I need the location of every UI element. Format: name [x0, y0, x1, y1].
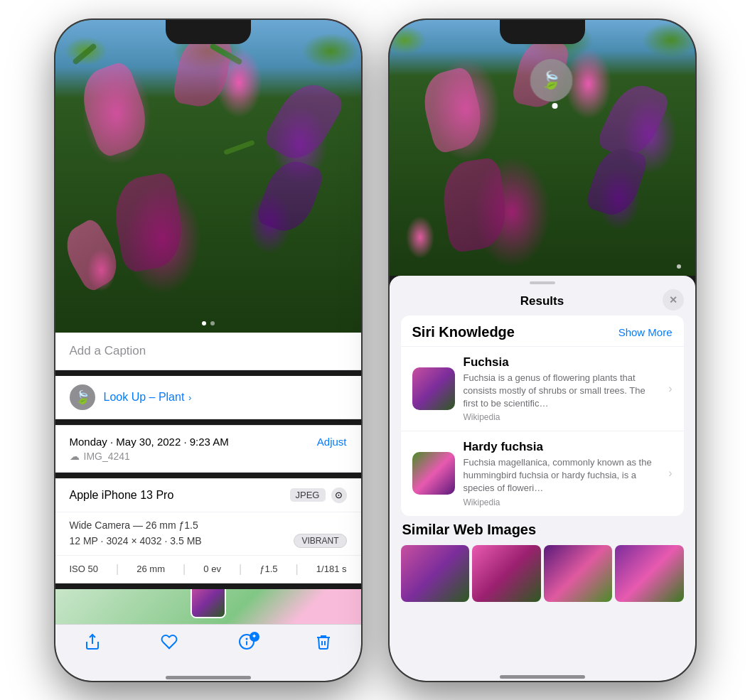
mp-row: 12 MP · 3024 × 4032 · 3.5 MB VIBRANT	[70, 534, 347, 548]
hardy-source: Wikipedia	[464, 497, 660, 507]
device-row: Apple iPhone 13 Pro JPEG ⊙	[55, 479, 361, 512]
similar-section: Similar Web Images	[401, 522, 684, 602]
fuchsia-text: Fuchsia Fuchsia is a genus of flowering …	[464, 355, 660, 423]
map-thumbnail	[191, 589, 226, 618]
vibrant-badge: VIBRANT	[294, 534, 346, 548]
format-badges: JPEG ⊙	[290, 488, 347, 503]
right-home-bar	[390, 675, 695, 681]
delete-button[interactable]	[315, 633, 332, 655]
dot-1	[202, 321, 206, 325]
fuchsia-source: Wikipedia	[464, 412, 660, 422]
device-section: Apple iPhone 13 Pro JPEG ⊙ Wide Camera —…	[55, 478, 361, 583]
fuchsia-thumb-image	[412, 367, 455, 410]
location-icon: ⊙	[331, 488, 347, 503]
siri-dot	[552, 103, 557, 109]
adjust-button[interactable]: Adjust	[317, 436, 347, 448]
cloud-icon: ☁	[70, 451, 80, 462]
lookup-chevron: ›	[186, 392, 191, 403]
home-bar	[55, 676, 361, 681]
similar-image-2[interactable]	[472, 545, 541, 602]
dot-2	[210, 321, 215, 325]
fuchsia-thumbnail	[412, 367, 455, 410]
knowledge-item-hardy[interactable]: Hardy fuchsia Fuchsia magellanica, commo…	[401, 431, 684, 516]
siri-knowledge-section: Siri Knowledge Show More Fuchsia Fuchsia…	[401, 316, 684, 516]
ev-value: 0 ev	[203, 564, 221, 574]
lookup-label: Look Up – Plant ›	[104, 391, 192, 404]
photo-date: Monday · May 30, 2022 · 9:23 AM	[70, 436, 229, 448]
knowledge-item-fuchsia[interactable]: Fuchsia Fuchsia is a genus of flowering …	[401, 346, 684, 431]
similar-title: Similar Web Images	[401, 522, 684, 538]
right-photo-dot	[677, 264, 681, 269]
thumbnail-image	[192, 589, 225, 617]
caption-section: Add a Caption	[55, 333, 361, 370]
camera-row: Wide Camera — 26 mm ƒ1.5 12 MP · 3024 × …	[55, 512, 361, 556]
hardy-name: Hardy fuchsia	[464, 440, 660, 454]
caption-placeholder[interactable]: Add a Caption	[70, 344, 146, 357]
bottom-toolbar: ✦	[55, 624, 361, 676]
left-screen: Add a Caption 🍃 Look Up – Plant › Monday…	[55, 20, 361, 681]
similar-images-grid	[401, 545, 684, 602]
right-home-indicator	[500, 675, 585, 679]
like-button[interactable]	[161, 633, 178, 655]
camera-row-top: Wide Camera — 26 mm ƒ1.5	[70, 519, 347, 531]
close-button[interactable]: ✕	[663, 289, 684, 311]
format-badge: JPEG	[290, 488, 326, 502]
left-phone: Add a Caption 🍃 Look Up – Plant › Monday…	[55, 20, 361, 681]
info-notification-badge: ✦	[250, 632, 259, 642]
knowledge-title: Siri Knowledge	[412, 324, 515, 340]
similar-image-1[interactable]	[401, 545, 470, 602]
lookup-icon: 🍃	[70, 384, 95, 410]
results-panel: Results ✕ Siri Knowledge Show More Fuchs…	[390, 276, 695, 675]
hardy-chevron-icon: ›	[668, 467, 672, 480]
home-indicator	[166, 676, 251, 679]
device-name: Apple iPhone 13 Pro	[70, 489, 174, 502]
share-button[interactable]	[84, 633, 101, 655]
similar-image-3[interactable]	[544, 545, 613, 602]
photo-page-indicator	[202, 321, 215, 325]
right-phone: 🍃 Results ✕ Siri Knowledge Show More	[390, 20, 695, 681]
info-button[interactable]: ✦	[238, 633, 255, 655]
shutter-speed: 1/181 s	[316, 564, 347, 574]
filename-row: ☁ IMG_4241	[70, 451, 347, 462]
results-title: Results	[520, 294, 564, 308]
hardy-thumbnail	[412, 452, 455, 495]
results-header: Results ✕	[390, 284, 695, 316]
show-more-button[interactable]: Show More	[618, 326, 673, 338]
hardy-description: Fuchsia magellanica, commonly known as t…	[464, 456, 660, 495]
metadata-section: Monday · May 30, 2022 · 9:23 AM Adjust ☁…	[55, 425, 361, 473]
aperture-value: ƒ1.5	[259, 564, 277, 574]
exif-row: ISO 50 | 26 mm | 0 ev | ƒ1.5 | 1/181 s	[55, 556, 361, 583]
focal-length: 26 mm	[136, 564, 165, 574]
filename: IMG_4241	[84, 451, 130, 462]
right-photo-display[interactable]: 🍃	[390, 20, 695, 276]
iso-value: ISO 50	[70, 564, 98, 574]
hardy-thumb-image	[412, 452, 455, 495]
lookup-row[interactable]: 🍃 Look Up – Plant ›	[55, 376, 361, 419]
fuchsia-description: Fuchsia is a genus of flowering plants t…	[464, 372, 660, 411]
siri-circle: 🍃	[530, 59, 572, 102]
siri-recognition-overlay: 🍃	[530, 59, 579, 109]
similar-image-4[interactable]	[615, 545, 684, 602]
date-row: Monday · May 30, 2022 · 9:23 AM Adjust	[70, 436, 347, 448]
camera-info: Wide Camera — 26 mm ƒ1.5	[70, 519, 198, 531]
mp-info: 12 MP · 3024 × 4032 · 3.5 MB	[70, 535, 202, 546]
photo-display[interactable]	[55, 20, 361, 333]
right-screen: 🍃 Results ✕ Siri Knowledge Show More	[390, 20, 695, 681]
knowledge-header: Siri Knowledge Show More	[401, 316, 684, 346]
fuchsia-chevron-icon: ›	[668, 382, 672, 395]
map-section[interactable]	[55, 589, 361, 624]
fuchsia-name: Fuchsia	[464, 355, 660, 370]
hardy-text: Hardy fuchsia Fuchsia magellanica, commo…	[464, 440, 660, 507]
